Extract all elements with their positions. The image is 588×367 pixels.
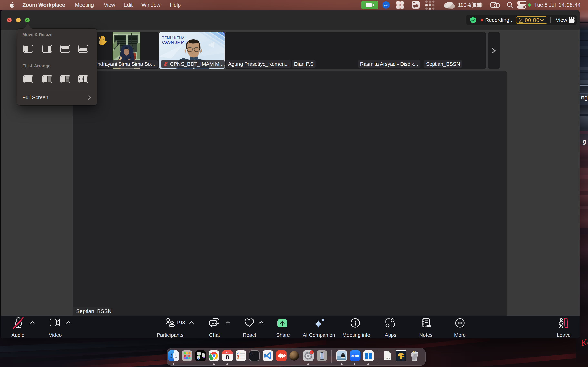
svg-text:zm: zm xyxy=(384,3,388,7)
svg-text:1: 1 xyxy=(311,351,312,354)
svg-text:zoom: zoom xyxy=(351,354,359,358)
svg-text:TEMU KENAL: TEMU KENAL xyxy=(162,36,187,40)
svg-text:JUL: JUL xyxy=(226,351,229,353)
svg-text:>_: >_ xyxy=(251,352,254,355)
svg-text:DOCX: DOCX xyxy=(385,358,390,359)
svg-text:CASN JF PTP: CASN JF PTP xyxy=(162,40,189,44)
svg-text:8: 8 xyxy=(226,354,229,360)
